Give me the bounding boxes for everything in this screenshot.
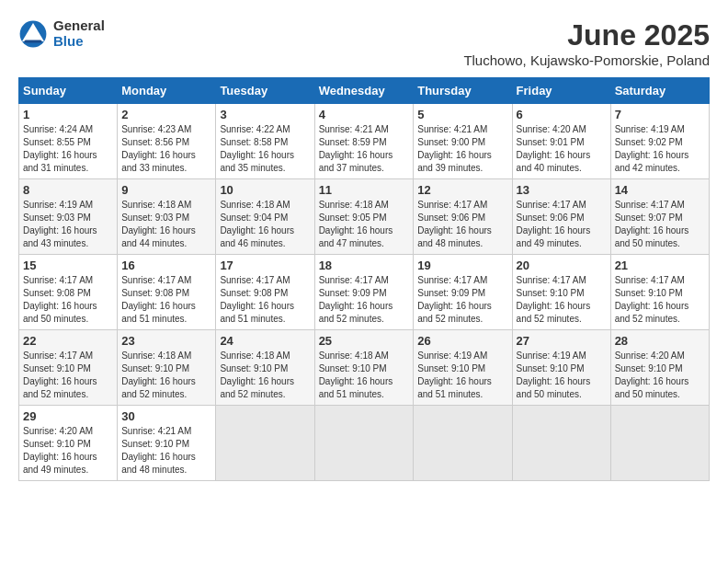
day-number: 13 [517,183,607,197]
calendar-week-5: 29 Sunrise: 4:20 AM Sunset: 9:10 PM Dayl… [19,406,710,481]
day-info: Sunrise: 4:20 AM Sunset: 9:10 PM Dayligh… [23,425,113,477]
day-info: Sunrise: 4:17 AM Sunset: 9:06 PM Dayligh… [417,199,507,250]
calendar-cell: 27 Sunrise: 4:19 AM Sunset: 9:10 PM Dayl… [512,330,610,406]
day-info: Sunrise: 4:21 AM Sunset: 9:00 PM Dayligh… [417,123,507,175]
day-number: 4 [319,108,410,121]
day-info: Sunrise: 4:17 AM Sunset: 9:10 PM Dayligh… [517,274,607,326]
logo: General Blue [18,18,105,49]
title-area: June 2025 Tluchowo, Kujawsko-Pomorskie, … [463,18,710,68]
calendar-cell: 8 Sunrise: 4:19 AM Sunset: 9:03 PM Dayli… [19,179,118,255]
day-number: 22 [23,334,113,348]
day-info: Sunrise: 4:20 AM Sunset: 9:01 PM Dayligh… [517,123,607,175]
day-number: 26 [417,334,507,348]
day-info: Sunrise: 4:17 AM Sunset: 9:09 PM Dayligh… [417,274,507,326]
month-title: June 2025 [463,18,710,52]
day-info: Sunrise: 4:18 AM Sunset: 9:04 PM Dayligh… [220,199,310,250]
calendar-cell: 15 Sunrise: 4:17 AM Sunset: 9:08 PM Dayl… [19,255,118,330]
day-number: 28 [615,334,705,348]
day-info: Sunrise: 4:21 AM Sunset: 9:10 PM Dayligh… [121,425,211,477]
weekday-header-wednesday: Wednesday [314,78,414,104]
calendar-cell: 24 Sunrise: 4:18 AM Sunset: 9:10 PM Dayl… [216,330,314,406]
calendar-cell: 20 Sunrise: 4:17 AM Sunset: 9:10 PM Dayl… [512,255,610,330]
day-number: 2 [121,108,211,121]
day-info: Sunrise: 4:18 AM Sunset: 9:10 PM Dayligh… [319,350,410,401]
day-info: Sunrise: 4:20 AM Sunset: 9:10 PM Dayligh… [615,350,705,401]
calendar-cell [216,406,314,481]
weekday-header-friday: Friday [512,78,610,104]
day-info: Sunrise: 4:18 AM Sunset: 9:05 PM Dayligh… [319,199,410,250]
day-number: 21 [615,259,705,272]
day-number: 17 [220,259,310,272]
day-info: Sunrise: 4:19 AM Sunset: 9:10 PM Dayligh… [417,350,507,401]
day-number: 11 [319,183,410,197]
calendar-week-2: 8 Sunrise: 4:19 AM Sunset: 9:03 PM Dayli… [19,179,710,255]
header: General Blue June 2025 Tluchowo, Kujawsk… [18,18,710,68]
weekday-header-monday: Monday [118,78,216,104]
calendar-cell: 6 Sunrise: 4:20 AM Sunset: 9:01 PM Dayli… [512,104,610,179]
day-info: Sunrise: 4:21 AM Sunset: 8:59 PM Dayligh… [319,123,410,175]
day-number: 29 [23,409,113,423]
day-number: 27 [517,334,607,348]
calendar-week-3: 15 Sunrise: 4:17 AM Sunset: 9:08 PM Dayl… [19,255,710,330]
calendar-cell: 28 Sunrise: 4:20 AM Sunset: 9:10 PM Dayl… [610,330,709,406]
calendar-cell: 25 Sunrise: 4:18 AM Sunset: 9:10 PM Dayl… [314,330,414,406]
logo-icon [18,19,48,49]
day-number: 19 [417,259,507,272]
day-info: Sunrise: 4:19 AM Sunset: 9:10 PM Dayligh… [517,350,607,401]
calendar-cell: 22 Sunrise: 4:17 AM Sunset: 9:10 PM Dayl… [19,330,118,406]
day-info: Sunrise: 4:24 AM Sunset: 8:55 PM Dayligh… [23,123,113,175]
logo-blue-label: Blue [53,34,105,50]
day-number: 5 [417,108,507,121]
weekday-header-saturday: Saturday [610,78,709,104]
day-info: Sunrise: 4:17 AM Sunset: 9:08 PM Dayligh… [220,274,310,326]
day-number: 7 [615,108,705,121]
day-number: 1 [23,108,113,121]
day-info: Sunrise: 4:17 AM Sunset: 9:10 PM Dayligh… [23,350,113,401]
day-number: 20 [517,259,607,272]
day-info: Sunrise: 4:17 AM Sunset: 9:06 PM Dayligh… [517,199,607,250]
calendar-table: SundayMondayTuesdayWednesdayThursdayFrid… [18,77,710,481]
calendar-cell: 4 Sunrise: 4:21 AM Sunset: 8:59 PM Dayli… [314,104,414,179]
weekday-header-row: SundayMondayTuesdayWednesdayThursdayFrid… [19,78,710,104]
day-info: Sunrise: 4:17 AM Sunset: 9:10 PM Dayligh… [615,274,705,326]
day-number: 10 [220,183,310,197]
day-info: Sunrise: 4:23 AM Sunset: 8:56 PM Dayligh… [121,123,211,175]
day-number: 9 [121,183,211,197]
day-info: Sunrise: 4:18 AM Sunset: 9:03 PM Dayligh… [121,199,211,250]
day-info: Sunrise: 4:18 AM Sunset: 9:10 PM Dayligh… [220,350,310,401]
day-number: 3 [220,108,310,121]
day-number: 25 [319,334,410,348]
svg-rect-2 [24,40,41,42]
calendar-cell: 19 Sunrise: 4:17 AM Sunset: 9:09 PM Dayl… [414,255,512,330]
logo-general-label: General [53,18,105,34]
calendar-cell: 3 Sunrise: 4:22 AM Sunset: 8:58 PM Dayli… [216,104,314,179]
day-info: Sunrise: 4:19 AM Sunset: 9:02 PM Dayligh… [615,123,705,175]
calendar-cell: 5 Sunrise: 4:21 AM Sunset: 9:00 PM Dayli… [414,104,512,179]
day-number: 15 [23,259,113,272]
logo-text: General Blue [53,18,105,49]
calendar-cell: 23 Sunrise: 4:18 AM Sunset: 9:10 PM Dayl… [118,330,216,406]
weekday-header-tuesday: Tuesday [216,78,314,104]
calendar-cell: 2 Sunrise: 4:23 AM Sunset: 8:56 PM Dayli… [118,104,216,179]
calendar-cell: 26 Sunrise: 4:19 AM Sunset: 9:10 PM Dayl… [414,330,512,406]
calendar-cell: 9 Sunrise: 4:18 AM Sunset: 9:03 PM Dayli… [118,179,216,255]
calendar-week-4: 22 Sunrise: 4:17 AM Sunset: 9:10 PM Dayl… [19,330,710,406]
day-number: 14 [615,183,705,197]
day-number: 8 [23,183,113,197]
calendar-cell: 11 Sunrise: 4:18 AM Sunset: 9:05 PM Dayl… [314,179,414,255]
calendar-cell [314,406,414,481]
calendar-cell: 14 Sunrise: 4:17 AM Sunset: 9:07 PM Dayl… [610,179,709,255]
calendar-cell: 10 Sunrise: 4:18 AM Sunset: 9:04 PM Dayl… [216,179,314,255]
day-number: 18 [319,259,410,272]
calendar-cell: 21 Sunrise: 4:17 AM Sunset: 9:10 PM Dayl… [610,255,709,330]
calendar-cell: 1 Sunrise: 4:24 AM Sunset: 8:55 PM Dayli… [19,104,118,179]
day-number: 23 [121,334,211,348]
day-info: Sunrise: 4:17 AM Sunset: 9:08 PM Dayligh… [121,274,211,326]
calendar-cell [414,406,512,481]
day-number: 6 [517,108,607,121]
calendar-cell [512,406,610,481]
day-info: Sunrise: 4:17 AM Sunset: 9:07 PM Dayligh… [615,199,705,250]
location-title: Tluchowo, Kujawsko-Pomorskie, Poland [463,52,710,68]
calendar-cell: 16 Sunrise: 4:17 AM Sunset: 9:08 PM Dayl… [118,255,216,330]
day-info: Sunrise: 4:19 AM Sunset: 9:03 PM Dayligh… [23,199,113,250]
